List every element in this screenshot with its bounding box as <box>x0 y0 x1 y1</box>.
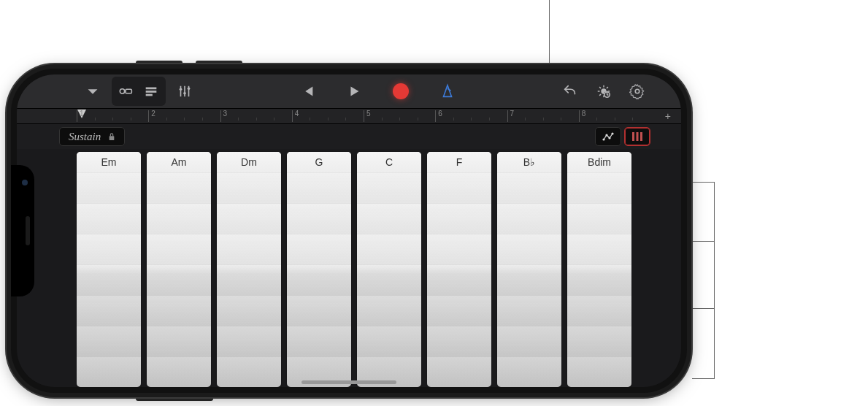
chord-strip-row[interactable] <box>497 296 561 326</box>
autoplay-mode-button[interactable] <box>595 127 621 146</box>
chord-strip[interactable]: G <box>287 152 351 387</box>
chord-strip[interactable]: B♭ <box>497 152 561 387</box>
chord-strip-row[interactable] <box>427 204 491 234</box>
chord-strip-row[interactable] <box>497 173 561 204</box>
chord-strips-mode-button[interactable] <box>624 127 650 146</box>
chord-strip-row[interactable] <box>567 173 631 204</box>
timeline-ruler[interactable]: 12345678 + <box>17 108 681 124</box>
chord-strip-row[interactable] <box>287 265 351 296</box>
chord-strip-row[interactable] <box>427 326 491 357</box>
svg-rect-1 <box>126 89 131 93</box>
transport-controls <box>293 79 462 104</box>
sustain-toggle[interactable]: Sustain <box>59 127 125 146</box>
chord-strip[interactable]: F <box>427 152 491 387</box>
chord-strip-label: B♭ <box>497 152 561 173</box>
chord-strip-row[interactable] <box>77 234 141 265</box>
chord-strip-rows <box>497 173 561 387</box>
chord-strip-row[interactable] <box>77 357 141 387</box>
chord-strip-row[interactable] <box>567 204 631 234</box>
chord-strip-row[interactable] <box>497 265 561 296</box>
chord-strip-row[interactable] <box>217 326 281 357</box>
chord-strip-row[interactable] <box>427 173 491 204</box>
chord-strip-label: Am <box>147 152 211 173</box>
chord-strip-row[interactable] <box>567 357 631 387</box>
chord-strip[interactable]: Bdim <box>567 152 631 387</box>
chord-strip-row[interactable] <box>147 265 211 296</box>
chord-strip-row[interactable] <box>77 204 141 234</box>
svg-rect-19 <box>640 132 642 141</box>
chord-strip-row[interactable] <box>357 326 421 357</box>
chord-strip-row[interactable] <box>77 296 141 326</box>
settings-button[interactable] <box>623 79 652 104</box>
ruler-bar-label: 5 <box>366 110 371 118</box>
chord-strip[interactable]: Em <box>77 152 141 387</box>
chord-strip-row[interactable] <box>287 326 351 357</box>
chord-strip-row[interactable] <box>357 296 421 326</box>
chord-strip-rows <box>287 173 351 387</box>
chord-strip-row[interactable] <box>497 357 561 387</box>
chord-strip-row[interactable] <box>147 234 211 265</box>
chord-strip[interactable]: Dm <box>217 152 281 387</box>
chord-strip-row[interactable] <box>497 204 561 234</box>
chord-strip-row[interactable] <box>567 265 631 296</box>
add-section-button[interactable]: + <box>665 110 671 122</box>
chord-strip-row[interactable] <box>217 265 281 296</box>
chord-strip-row[interactable] <box>147 326 211 357</box>
chord-strip-row[interactable] <box>497 234 561 265</box>
loop-browser-button[interactable] <box>115 79 138 104</box>
ruler-bar: 2 <box>148 110 155 122</box>
chord-strip-row[interactable] <box>287 173 351 204</box>
chord-strip-row[interactable] <box>217 357 281 387</box>
chord-strip-row[interactable] <box>427 265 491 296</box>
chord-strip-row[interactable] <box>357 173 421 204</box>
play-button[interactable] <box>339 79 369 104</box>
chord-strip-row[interactable] <box>147 357 211 387</box>
chord-strip-row[interactable] <box>567 234 631 265</box>
chord-strip-row[interactable] <box>427 357 491 387</box>
chord-strip-rows <box>77 173 141 387</box>
ruler-tick <box>418 118 418 120</box>
menu-button[interactable] <box>78 79 107 104</box>
chord-strip-row[interactable] <box>77 326 141 357</box>
chord-strip-row[interactable] <box>217 234 281 265</box>
chord-strip-row[interactable] <box>427 234 491 265</box>
home-indicator[interactable] <box>302 380 396 384</box>
chord-strip-row[interactable] <box>567 326 631 357</box>
record-button[interactable] <box>386 79 415 104</box>
ruler-bar-label: 3 <box>223 110 228 118</box>
chord-strip-row[interactable] <box>217 296 281 326</box>
undo-button[interactable] <box>556 79 585 104</box>
ruler-bar: 8 <box>579 110 586 122</box>
chord-strip-row[interactable] <box>567 296 631 326</box>
chord-strip-row[interactable] <box>357 265 421 296</box>
chord-strip-row[interactable] <box>217 204 281 234</box>
ruler-tick <box>596 118 597 120</box>
chord-strip[interactable]: Am <box>147 152 211 387</box>
chord-strip-row[interactable] <box>357 234 421 265</box>
chord-strip-row[interactable] <box>77 265 141 296</box>
rewind-button[interactable] <box>293 79 322 104</box>
ruler-tick <box>489 118 490 120</box>
chord-strip-row[interactable] <box>287 204 351 234</box>
chord-strip-row[interactable] <box>147 204 211 234</box>
chord-strip-row[interactable] <box>147 173 211 204</box>
chord-strip-row[interactable] <box>357 204 421 234</box>
chord-strip-row[interactable] <box>287 234 351 265</box>
chord-strip-row[interactable] <box>287 296 351 326</box>
ruler-bar-label: 1 <box>80 110 84 118</box>
chord-strip-row[interactable] <box>77 173 141 204</box>
svg-rect-18 <box>637 132 639 141</box>
metronome-button[interactable] <box>433 79 462 104</box>
chord-strip-row[interactable] <box>497 326 561 357</box>
chord-strip-row[interactable] <box>217 173 281 204</box>
chord-strip-row[interactable] <box>427 296 491 326</box>
fx-button[interactable] <box>589 79 618 104</box>
chord-strip-rows <box>217 173 281 387</box>
tracks-view-button[interactable] <box>139 79 163 104</box>
svg-rect-3 <box>146 91 157 93</box>
chord-strip[interactable]: C <box>357 152 421 387</box>
view-mode-group <box>112 77 166 106</box>
chord-strip-row[interactable] <box>147 296 211 326</box>
ruler-tick <box>471 118 472 120</box>
mixer-button[interactable] <box>170 79 199 104</box>
